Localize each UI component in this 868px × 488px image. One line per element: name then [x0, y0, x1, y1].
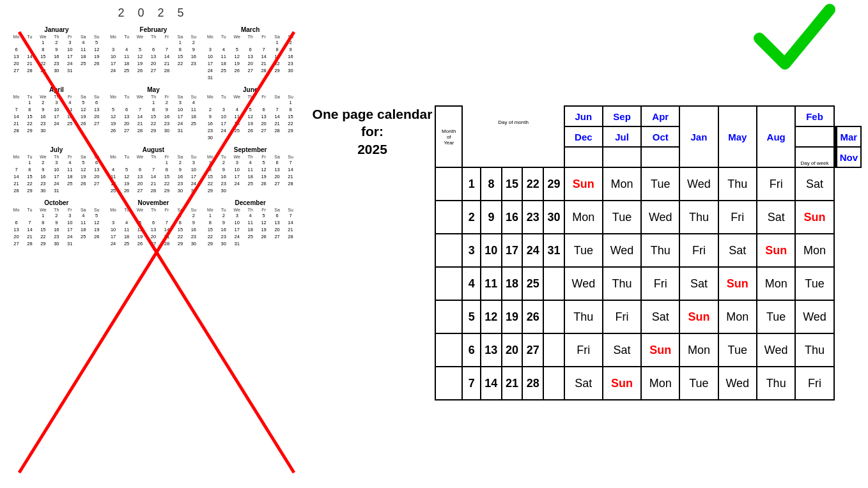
calendar-row-2: 29162330MonTueWedThuFriSatSun — [435, 201, 861, 234]
day-num-30: 30 — [543, 201, 564, 234]
month-block-june: JuneMoTuWeThFrSaSu1234567891011121314151… — [203, 86, 297, 141]
day-num-14: 14 — [481, 367, 502, 400]
day-of-week-label: Day of week — [795, 147, 833, 167]
month-header-oct: Oct — [641, 126, 679, 147]
dow-cell: Fri — [603, 300, 641, 333]
dow-cell: Mon — [795, 234, 833, 267]
day-num-16: 16 — [502, 201, 523, 234]
calendar-title: One page calendar for: 2025 — [310, 105, 435, 158]
dow-cell: Mon — [757, 267, 795, 300]
month-header: MoTuWeThFrSaSu — [107, 208, 201, 212]
month-week: 12 — [203, 39, 297, 46]
dow-cell: Sun — [564, 167, 603, 201]
day-num-11: 11 — [481, 267, 502, 300]
month-week: 15161718192021 — [203, 226, 297, 233]
month-block-april: AprilMoTuWeThFrSaSu123456789101112131415… — [10, 86, 104, 141]
dow-cell: Fri — [795, 367, 833, 400]
dow-cell: Mon — [641, 367, 679, 400]
header-row-labels: MonthofYearDay of monthJunSepAprJanMayAu… — [435, 106, 861, 126]
month-header: MoTuWeThFrSaSu — [203, 155, 297, 159]
green-checkmark — [753, 3, 836, 73]
day-num-2: 2 — [462, 201, 481, 234]
month-header-jun: Jun — [564, 106, 603, 126]
day-num-12: 12 — [481, 300, 502, 333]
calendar-row-3: 310172431TueWedThuFriSatSunMon — [435, 234, 861, 267]
dow-cell: Sun — [679, 300, 718, 333]
month-week: 30 — [203, 134, 297, 141]
dow-cell: Tue — [564, 234, 603, 267]
day-num-9: 9 — [481, 201, 502, 234]
dow-cell: Sun — [641, 333, 679, 367]
calendar-row-1: 18152229SunMonTueWedThuFriSat — [435, 167, 861, 201]
dow-cell: Tue — [718, 333, 757, 367]
month-label-cell — [435, 300, 462, 333]
dow-cell: Thu — [795, 333, 833, 367]
month-week: 12345 — [10, 39, 104, 46]
month-week: 293031 — [203, 240, 297, 247]
month-header-jan: Jan — [679, 106, 718, 167]
dow-cell: Fri — [564, 333, 603, 367]
month-header-jul: Jul — [603, 126, 641, 147]
month-header-dec: Dec — [564, 126, 603, 147]
month-header: MoTuWeThFrSaSu — [10, 155, 104, 159]
month-week: 17181920212223 — [203, 60, 297, 67]
day-num-3: 3 — [462, 234, 481, 267]
traditional-calendar: 2 0 2 5 JanuaryMoTuWeThFrSaSu12345678910… — [0, 0, 307, 488]
month-week: 567891011 — [107, 106, 201, 113]
day-num-10: 10 — [481, 234, 502, 267]
dow-cell: Tue — [757, 300, 795, 333]
day-num-18: 18 — [502, 267, 523, 300]
month-week: 20212223242526 — [10, 233, 104, 240]
day-num-28: 28 — [522, 367, 543, 400]
month-block-december: DecemberMoTuWeThFrSaSu123456789101112131… — [203, 199, 297, 247]
dow-cell: Sat — [757, 201, 795, 234]
month-label-cell — [435, 367, 462, 400]
month-week: 891011121314 — [203, 219, 297, 226]
month-week: 2728293031 — [10, 240, 104, 247]
month-header: MoTuWeThFrSaSu — [203, 208, 297, 212]
month-week: 31 — [203, 74, 297, 81]
month-week: 12 — [107, 212, 201, 219]
dow-cell: Mon — [718, 300, 757, 333]
day-num-13: 13 — [481, 333, 502, 367]
month-name: January — [10, 26, 104, 33]
month-header: MoTuWeThFrSaSu — [107, 95, 201, 99]
day-num-27: 27 — [522, 333, 543, 367]
dow-cell: Wed — [757, 333, 795, 367]
month-week: 78910111213 — [10, 106, 104, 113]
dow-cell: Sat — [603, 333, 641, 367]
day-num-31: 31 — [543, 234, 564, 267]
dow-cell: Tue — [603, 201, 641, 234]
day-num-6: 6 — [462, 333, 481, 367]
dow-cell: Mon — [564, 201, 603, 234]
dow-cell: Thu — [757, 367, 795, 400]
title-line1: One page calendar for: — [313, 107, 433, 139]
month-year-label: MonthofYear — [435, 106, 462, 167]
month-week: 9101112131415 — [203, 113, 297, 120]
month-name: April — [10, 86, 104, 93]
month-block-august: AugustMoTuWeThFrSaSu12345678910111213141… — [107, 146, 201, 194]
month-week: 10111213141516 — [107, 226, 201, 233]
month-label-cell — [435, 201, 462, 234]
dow-cell: Wed — [564, 267, 603, 300]
dow-cell: Wed — [603, 234, 641, 267]
day-num-23: 23 — [522, 201, 543, 234]
month-block-september: SeptemberMoTuWeThFrSaSu12345678910111213… — [203, 146, 297, 194]
month-block-july: JulyMoTuWeThFrSaSu1234567891011121314151… — [10, 146, 104, 194]
day-num-empty — [543, 367, 564, 400]
month-header: MoTuWeThFrSaSu — [10, 34, 104, 39]
title-line2: 2025 — [357, 142, 387, 156]
month-week: 10111213141516 — [203, 53, 297, 60]
day-num-4: 4 — [462, 267, 481, 300]
month-week: 45678910 — [107, 166, 201, 173]
month-name: December — [203, 199, 297, 206]
month-week: 6789101112 — [10, 219, 104, 226]
day-num-22: 22 — [522, 167, 543, 201]
month-name: September — [203, 146, 297, 153]
dow-cell: Tue — [795, 267, 833, 300]
dow-cell: Sat — [679, 267, 718, 300]
dow-cell: Fri — [757, 167, 795, 201]
day-num-8: 8 — [481, 167, 502, 201]
month-label-cell — [435, 167, 462, 201]
month-week: 2930 — [203, 187, 297, 194]
